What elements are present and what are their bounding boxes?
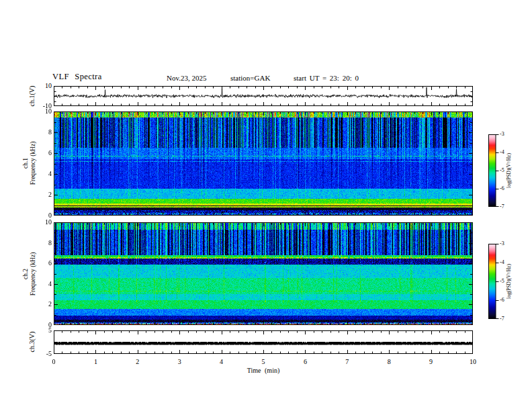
time-xtick-label: 5 bbox=[253, 358, 273, 365]
colorbar1-tick-label: -5 bbox=[500, 167, 504, 173]
colorbar1-unit-label: log(PSD)(V²/Hz) bbox=[506, 153, 512, 188]
colorbar-spec1 bbox=[488, 134, 499, 207]
time-xtick-label: 4 bbox=[212, 358, 232, 365]
date-label: Nov.23, 2025 bbox=[167, 74, 206, 82]
spec1-ytick-label: 6 bbox=[28, 149, 52, 156]
time-xtick-label: 6 bbox=[295, 358, 315, 365]
ch3-axis-label: ch.3(V) bbox=[28, 332, 36, 353]
time-xtick-label: 8 bbox=[379, 358, 399, 365]
time-xtick-label: 2 bbox=[128, 358, 148, 365]
colorbar1-tick-label: -7 bbox=[500, 203, 504, 210]
ch3-ytick-label: 5 bbox=[28, 326, 52, 334]
spec2-ytick-label: 10 bbox=[28, 218, 52, 226]
spec1-ytick-label: 4 bbox=[28, 170, 52, 177]
spec1-axis-label-channel: ch.1 bbox=[22, 142, 30, 185]
time-xtick-label: 3 bbox=[169, 358, 189, 365]
time-xtick-label: 10 bbox=[463, 358, 483, 365]
time-xtick-label: 0 bbox=[44, 358, 64, 365]
spec1-axis-label: ch.1 Frequency (kHz) bbox=[22, 142, 37, 185]
spec2-ytick-label: 2 bbox=[28, 300, 52, 308]
ch3-ytick-label: -5 bbox=[28, 350, 52, 357]
ch1-waveform-panel bbox=[54, 86, 473, 106]
time-axis-label: Time (min) bbox=[54, 367, 473, 374]
spec2-ytick-label: 6 bbox=[28, 259, 52, 267]
start-ut-label: start UT = 23: 20: 0 bbox=[294, 74, 359, 82]
colorbar1-tick-label: -6 bbox=[500, 185, 504, 191]
colorbar2-tick-label: -7 bbox=[500, 316, 504, 322]
ch1-spectrogram-panel bbox=[54, 111, 473, 216]
figure-title: VLF Spectra bbox=[52, 72, 102, 82]
colorbar2-tick-label: -4 bbox=[500, 259, 504, 265]
colorbar2-tick-label: -6 bbox=[500, 297, 504, 303]
colorbar2-unit-label: log(PSD)(V²/Hz) bbox=[506, 264, 512, 299]
colorbar1-tick-label: -4 bbox=[500, 149, 504, 155]
station-label: station=GAK bbox=[230, 74, 270, 82]
ch2-spectrogram-panel bbox=[54, 222, 473, 325]
spec1-ytick-label: 10 bbox=[28, 107, 52, 115]
spec1-ytick-label: 8 bbox=[28, 128, 52, 136]
spec1-ytick-label: 2 bbox=[28, 191, 52, 198]
spec2-ytick-label: 8 bbox=[28, 239, 52, 246]
spec2-ytick-label: 4 bbox=[28, 280, 52, 287]
time-xtick-label: 7 bbox=[337, 358, 357, 365]
colorbar2-tick-label: -3 bbox=[500, 240, 504, 246]
vlf-spectra-figure: VLF Spectra Nov.23, 2025 station=GAK sta… bbox=[0, 0, 532, 411]
colorbar1-tick-label: -3 bbox=[500, 131, 504, 137]
time-xtick-label: 1 bbox=[85, 358, 105, 365]
spec1-axis-label-frequency: Frequency (kHz) bbox=[30, 142, 37, 185]
colorbar2-tick-label: -5 bbox=[500, 278, 504, 284]
colorbar-spec2 bbox=[488, 244, 499, 319]
ch3-waveform-panel bbox=[54, 330, 473, 354]
time-xtick-label: 9 bbox=[421, 358, 441, 365]
ch1-ytick-label: 10 bbox=[28, 82, 52, 89]
